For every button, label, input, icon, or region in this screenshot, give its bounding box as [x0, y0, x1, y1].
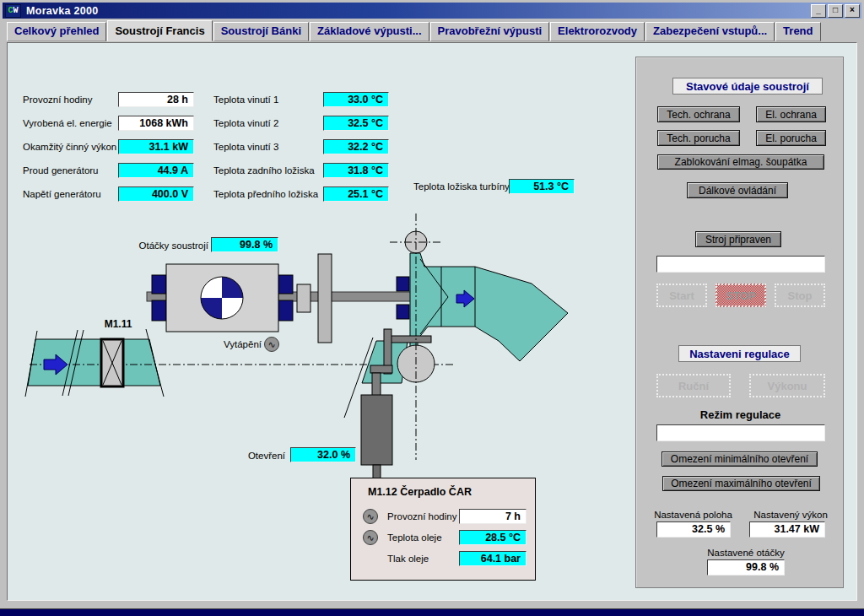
tab-zakladove-vypusti[interactable]: Základové výpusti... [310, 22, 429, 41]
start-button[interactable]: Start [656, 284, 707, 307]
pump-panel: M1.12 Čerpadlo ČAR ∿ Provozní hodiny 7 h… [350, 478, 536, 581]
pump-tlak-oleje-label: Tlak oleje [387, 551, 429, 566]
app-icon: CW [5, 4, 21, 18]
tab-soustroji-banki[interactable]: Soustrojí Bánki [213, 22, 309, 41]
nastavene-otacky-label: Nastavené otáčky [695, 548, 796, 558]
tab-trend[interactable]: Trend [775, 22, 820, 41]
el-ochrana-indicator[interactable]: El. ochrana [756, 106, 826, 122]
nastavena-poloha-label: Nastavená poloha [645, 510, 742, 520]
tech-porucha-indicator[interactable]: Tech. porucha [657, 130, 740, 146]
otacky-soustroji-label: Otáčky soustrojí [125, 238, 208, 253]
otevreni-value: 32.0 % [290, 447, 356, 462]
stroj-pripraven-indicator[interactable]: Stroj připraven [695, 231, 781, 247]
valve-m111-label: M1.11 [100, 316, 137, 332]
window-title: Moravka 2000 [26, 5, 99, 17]
el-porucha-indicator[interactable]: El. porucha [756, 130, 826, 146]
teplota-vinuti1-label: Teplota vinutí 1 [213, 92, 278, 107]
vykonu-button[interactable]: Výkonu [749, 374, 825, 397]
stop-button[interactable]: Stop [775, 284, 825, 307]
teplota-predniho-loziska-value: 25.1 °C [323, 186, 389, 202]
minimize-icon[interactable]: _ [811, 4, 826, 18]
tab-pravobrezni-vypusti[interactable]: Pravobřežní výpusti [430, 22, 550, 41]
pump-teplota-oleje-label: Teplota oleje [387, 530, 442, 545]
provozni-hodiny-value: 28 h [118, 92, 194, 107]
cinny-vykon-value: 31.1 kW [118, 139, 194, 154]
rezim-regulace-field[interactable] [656, 424, 825, 441]
pump-tlak-oleje-value: 64.1 bar [459, 551, 526, 566]
teplota-loziska-turbiny-label: Teplota ložiska turbíny [413, 179, 510, 194]
close-icon[interactable]: × [845, 4, 860, 18]
pump-provozni-hodiny-value: 7 h [459, 509, 526, 524]
regulace-title: Nastaveni regulace [678, 345, 801, 362]
machine-status-field[interactable] [656, 256, 825, 273]
nastaveny-vykon-label: Nastavený výkon [744, 510, 837, 520]
vyrobena-energie-value: 1068 kWh [118, 116, 194, 131]
motor-icon: ∿ [363, 509, 378, 524]
vytapeni-label: Vytápění [211, 337, 262, 352]
provozni-hodiny-label: Provozní hodiny [23, 92, 92, 107]
teplota-vinuti3-label: Teplota vinutí 3 [213, 139, 278, 154]
napeti-generatoru-value: 400.0 V [118, 186, 194, 202]
teplota-predniho-loziska-label: Teplota předního ložiska [213, 186, 318, 202]
title-bar: CW Moravka 2000 _ □ × [3, 3, 861, 19]
tab-soustroji-francis[interactable]: Soustrojí Francis [107, 20, 212, 41]
otacky-soustroji-value: 99.8 % [211, 237, 278, 252]
cinny-vykon-label: Okamžitý činný výkon [23, 139, 116, 154]
omezeni-max-button[interactable]: Omezení maximálního otevření [662, 476, 820, 491]
status-panel: Stavové údaje soustrojí Tech. ochrana El… [635, 57, 844, 588]
status-panel-title: Stavové údaje soustrojí [672, 78, 823, 95]
pump-provozni-hodiny-label: Provozní hodiny [387, 509, 456, 524]
tab-zabezpeceni-vstupu[interactable]: Zabezpečení vstupů... [645, 22, 775, 41]
pump-panel-title: M1.12 Čerpadlo ČAR [368, 486, 472, 498]
teplota-vinuti1-value: 33.0 °C [323, 92, 389, 107]
rucni-button[interactable]: Ruční [656, 374, 731, 397]
teplota-vinuti3-value: 32.2 °C [323, 139, 389, 154]
tab-elektrorozvody[interactable]: Elektrorozvody [550, 22, 645, 41]
zablokovani-soupatka-indicator[interactable]: Zablokování elmag. šoupátka [657, 154, 824, 170]
proud-generatoru-value: 44.9 A [118, 163, 194, 178]
rezim-regulace-label: Režim regulace [636, 408, 845, 421]
proud-generatoru-label: Proud generátoru [23, 163, 99, 178]
nastavena-poloha-value: 32.5 % [656, 521, 731, 538]
tech-ochrana-indicator[interactable]: Tech. ochrana [657, 106, 740, 122]
nastavene-otacky-value: 99.8 % [707, 559, 785, 575]
teplota-vinuti2-value: 32.5 °C [323, 116, 389, 131]
heating-icon: ∿ [264, 337, 279, 352]
napeti-generatoru-label: Napětí generátoru [23, 186, 101, 202]
teplota-loziska-turbiny-value: 51.3 °C [509, 179, 575, 194]
scada-window: { "window": {"title": "Moravka 2000", "i… [0, 0, 864, 616]
otevreni-label: Otevření [245, 448, 285, 463]
teplota-zadniho-loziska-value: 31.8 °C [323, 163, 389, 178]
maximize-icon[interactable]: □ [828, 4, 843, 18]
pump-teplota-oleje-value: 28.5 °C [459, 530, 526, 545]
tab-celkovy-prehled[interactable]: Celkový přehled [7, 22, 106, 41]
teplota-vinuti2-label: Teplota vinutí 2 [213, 116, 278, 131]
oil-temp-icon: ∿ [363, 530, 378, 545]
tab-bar: Celkový přehled Soustrojí Francis Soustr… [7, 20, 857, 41]
omezeni-min-button[interactable]: Omezení minimálního otevření [662, 451, 818, 467]
vyrobena-energie-label: Vyrobená el. energie [23, 116, 112, 131]
teplota-zadniho-loziska-label: Teplota zadního ložiska [213, 163, 315, 178]
emergency-stop-button[interactable]: STOP [716, 284, 766, 307]
nastaveny-vykon-value: 31.47 kW [749, 521, 825, 538]
window-bottom-border [0, 608, 864, 616]
dalkove-ovladani-indicator[interactable]: Dálkové ovládání [687, 182, 788, 198]
